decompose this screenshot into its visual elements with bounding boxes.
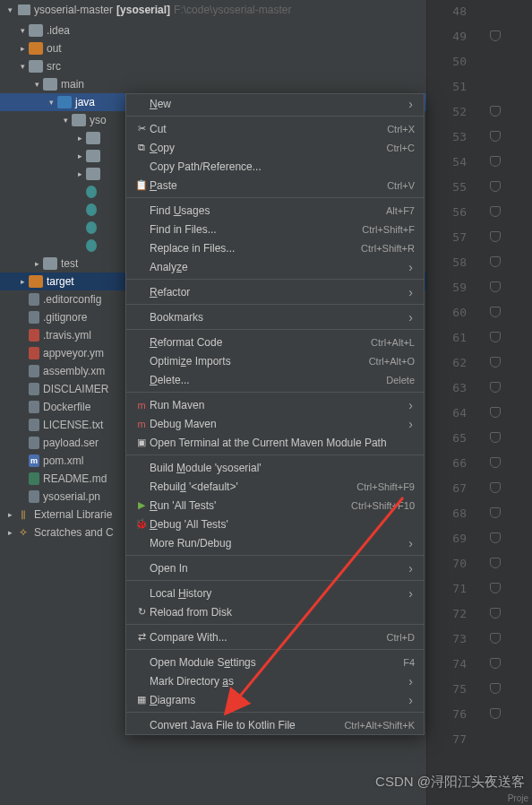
menu-diagrams[interactable]: ▦Diagrams — [126, 690, 424, 709]
tree-row[interactable]: main — [0, 75, 426, 93]
menu-cut[interactable]: ✂CutCtrl+X — [126, 119, 424, 138]
menu-open-terminal[interactable]: ▣Open Terminal at the Current Maven Modu… — [126, 433, 424, 452]
menu-find-in-files[interactable]: Find in Files...Ctrl+Shift+F — [126, 220, 424, 238]
breadcrumb[interactable]: ysoserial-master [ysoserial] F:\code\yso… — [0, 0, 426, 20]
paste-icon: 📋 — [133, 179, 150, 191]
line-number: 48 — [440, 4, 467, 18]
menu-paste[interactable]: 📋PasteCtrl+V — [126, 176, 424, 195]
fold-marker-icon[interactable] — [490, 507, 501, 518]
tree-label: .editorconfig — [43, 293, 101, 306]
line-number: 76 — [440, 707, 467, 721]
menu-open-module-settings[interactable]: Open Module SettingsF4 — [126, 653, 424, 671]
fold-marker-icon[interactable] — [490, 482, 501, 493]
fold-marker-icon[interactable] — [490, 382, 501, 393]
file-icon — [29, 383, 39, 395]
chevron-icon[interactable] — [47, 98, 56, 107]
fold-marker-icon[interactable] — [490, 633, 501, 644]
gutter-row: 54 — [427, 152, 532, 170]
fold-marker-icon[interactable] — [490, 608, 501, 619]
chevron-icon[interactable] — [75, 151, 84, 160]
chevron-icon[interactable] — [32, 259, 41, 268]
menu-optimize[interactable]: Optimize ImportsCtrl+Alt+O — [126, 351, 424, 370]
menu-build-module[interactable]: Build Module 'ysoserial' — [126, 458, 424, 477]
chevron-icon[interactable] — [18, 26, 27, 35]
menu-reload[interactable]: ↻Reload from Disk — [126, 602, 424, 621]
fold-marker-icon[interactable] — [490, 332, 501, 342]
fold-marker-icon[interactable] — [490, 181, 501, 192]
line-number: 75 — [440, 682, 467, 696]
fold-marker-icon[interactable] — [490, 532, 501, 543]
gutter-row: 62 — [427, 353, 532, 371]
line-number: 60 — [440, 306, 467, 319]
chevron-icon[interactable] — [18, 277, 27, 286]
gutter-row: 55 — [427, 177, 532, 195]
file-icon — [29, 419, 39, 431]
chevron-icon[interactable] — [18, 62, 27, 71]
fold-marker-icon[interactable] — [490, 708, 501, 719]
folder-icon — [29, 42, 43, 55]
menu-open-in[interactable]: Open In — [126, 558, 424, 577]
chevron-icon[interactable] — [75, 134, 84, 143]
fold-marker-icon[interactable] — [490, 432, 501, 443]
menu-refactor[interactable]: Refactor — [126, 282, 424, 301]
line-number: 63 — [440, 381, 467, 394]
menu-reformat[interactable]: Reformat CodeCtrl+Alt+L — [126, 333, 424, 351]
gutter-row: 73 — [427, 629, 532, 647]
menu-debug-maven[interactable]: mDebug Maven — [126, 414, 424, 433]
menu-convert-kotlin[interactable]: Convert Java File to Kotlin FileCtrl+Alt… — [126, 715, 424, 734]
line-number: 53 — [440, 130, 467, 143]
menu-delete[interactable]: Delete...Delete — [126, 370, 424, 389]
file-icon — [29, 365, 39, 377]
fold-marker-icon[interactable] — [490, 307, 501, 317]
fold-marker-icon[interactable] — [490, 407, 501, 418]
fold-marker-icon[interactable] — [490, 30, 501, 41]
fold-marker-icon[interactable] — [490, 558, 501, 568]
menu-replace-in-files[interactable]: Replace in Files...Ctrl+Shift+R — [126, 238, 424, 257]
chevron-icon[interactable] — [61, 116, 70, 125]
menu-compare[interactable]: ⇄Compare With...Ctrl+D — [126, 628, 424, 646]
fold-marker-icon[interactable] — [490, 357, 501, 368]
tree-row[interactable]: src — [0, 57, 426, 75]
tree-label: test — [61, 257, 78, 270]
menu-run-tests[interactable]: ▶Run 'All Tests'Ctrl+Shift+F10 — [126, 496, 424, 515]
chevron-icon[interactable] — [75, 169, 84, 178]
chevron-icon[interactable] — [18, 44, 27, 53]
menu-local-history[interactable]: Local History — [126, 584, 424, 602]
menu-rebuild[interactable]: Rebuild '<default>'Ctrl+Shift+F9 — [126, 477, 424, 496]
menu-analyze[interactable]: Analyze — [126, 257, 424, 276]
menu-copy[interactable]: ⧉CopyCtrl+C — [126, 138, 424, 157]
fold-marker-icon[interactable] — [490, 457, 501, 468]
menu-more-run[interactable]: More Run/Debug — [126, 533, 424, 552]
gutter-row: 61 — [427, 328, 532, 346]
line-number: 57 — [440, 230, 467, 244]
fold-marker-icon[interactable] — [490, 106, 501, 117]
menu-copy-path[interactable]: Copy Path/Reference... — [126, 157, 424, 176]
chevron-down-icon[interactable] — [5, 5, 14, 14]
fold-marker-icon[interactable] — [490, 131, 501, 142]
menu-find-usages[interactable]: Find UsagesAlt+F7 — [126, 201, 424, 220]
menu-bookmarks[interactable]: Bookmarks — [126, 307, 424, 326]
folder-icon — [43, 257, 57, 270]
file-icon — [29, 293, 39, 306]
fold-marker-icon[interactable] — [490, 256, 501, 267]
fold-marker-icon[interactable] — [490, 281, 501, 292]
tree-row[interactable]: out — [0, 39, 426, 57]
fold-marker-icon[interactable] — [490, 156, 501, 167]
chevron-icon[interactable] — [32, 80, 41, 89]
line-number: 67 — [440, 481, 467, 495]
fold-marker-icon[interactable] — [490, 683, 501, 694]
fold-marker-icon[interactable] — [490, 658, 501, 669]
fold-marker-icon[interactable] — [490, 231, 501, 242]
menu-new[interactable]: New — [126, 94, 424, 113]
gutter-row: 70 — [427, 554, 532, 572]
tree-row[interactable]: .idea — [0, 22, 426, 39]
maven-icon: m — [133, 400, 150, 411]
menu-run-maven[interactable]: mRun Maven — [126, 395, 424, 414]
fold-marker-icon[interactable] — [490, 583, 501, 593]
menu-debug-tests[interactable]: 🐞Debug 'All Tests' — [126, 515, 424, 533]
menu-mark-directory[interactable]: Mark Directory as — [126, 671, 424, 690]
tree-label: Dockerfile — [43, 401, 90, 413]
tree-label: ysoserial.pn — [43, 490, 100, 503]
project-path: F:\code\ysoserial-master — [174, 4, 291, 16]
fold-marker-icon[interactable] — [490, 206, 501, 217]
